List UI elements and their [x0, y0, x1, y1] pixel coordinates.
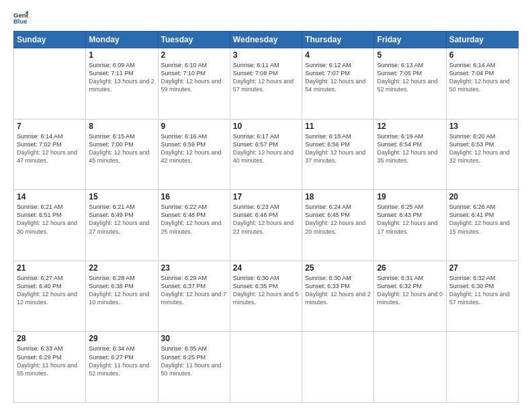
- calendar-cell: 21 Sunrise: 6:27 AM Sunset: 6:40 PM Dayl…: [14, 261, 86, 332]
- day-number: 10: [233, 122, 299, 131]
- sunrise-text: Sunrise: 6:11 AM: [233, 61, 299, 69]
- day-number: 25: [305, 263, 371, 273]
- calendar-cell: 3 Sunrise: 6:11 AM Sunset: 7:08 PM Dayli…: [230, 48, 302, 120]
- daylight-text: Daylight: 12 hours and 37 minutes.: [305, 148, 371, 165]
- day-number: 26: [377, 263, 443, 273]
- day-number: 15: [89, 192, 154, 201]
- sunset-text: Sunset: 7:07 PM: [305, 69, 371, 77]
- sunset-text: Sunset: 6:45 PM: [305, 211, 371, 219]
- calendar-cell: 20 Sunrise: 6:26 AM Sunset: 6:41 PM Dayl…: [446, 190, 518, 261]
- day-number: 9: [161, 122, 227, 131]
- calendar-cell: 5 Sunrise: 6:13 AM Sunset: 7:05 PM Dayli…: [374, 48, 446, 120]
- sunset-text: Sunset: 6:30 PM: [449, 282, 515, 290]
- calendar-week-2: 14 Sunrise: 6:21 AM Sunset: 6:51 PM Dayl…: [14, 190, 519, 261]
- day-number: 4: [305, 50, 371, 60]
- calendar-cell: 29 Sunrise: 6:34 AM Sunset: 6:27 PM Dayl…: [86, 332, 158, 403]
- sunrise-text: Sunrise: 6:24 AM: [305, 203, 371, 211]
- daylight-text: Daylight: 12 hours and 45 minutes.: [89, 148, 154, 165]
- cell-info: Sunrise: 6:13 AM Sunset: 7:05 PM Dayligh…: [377, 61, 443, 94]
- sunrise-text: Sunrise: 6:18 AM: [305, 132, 371, 140]
- day-header-monday: Monday: [86, 32, 158, 48]
- day-number: 1: [89, 50, 154, 60]
- day-number: 13: [449, 122, 515, 131]
- sunrise-text: Sunrise: 6:10 AM: [161, 61, 227, 69]
- cell-info: Sunrise: 6:18 AM Sunset: 6:56 PM Dayligh…: [305, 132, 371, 165]
- cell-info: Sunrise: 6:17 AM Sunset: 6:57 PM Dayligh…: [233, 132, 299, 165]
- calendar-cell: 24 Sunrise: 6:30 AM Sunset: 6:35 PM Dayl…: [230, 261, 302, 332]
- sunset-text: Sunset: 6:38 PM: [89, 282, 154, 290]
- sunset-text: Sunset: 6:32 PM: [377, 282, 443, 290]
- daylight-text: Daylight: 12 hours and 12 minutes.: [17, 290, 83, 306]
- sunrise-text: Sunrise: 6:30 AM: [233, 274, 299, 282]
- sunset-text: Sunset: 6:51 PM: [17, 211, 83, 219]
- sunrise-text: Sunrise: 6:23 AM: [233, 203, 299, 211]
- daylight-text: Daylight: 12 hours and 54 minutes.: [305, 77, 371, 93]
- day-number: 29: [89, 334, 154, 343]
- sunrise-text: Sunrise: 6:29 AM: [161, 274, 227, 282]
- calendar-cell: 9 Sunrise: 6:16 AM Sunset: 6:59 PM Dayli…: [158, 119, 230, 190]
- calendar-cell: 4 Sunrise: 6:12 AM Sunset: 7:07 PM Dayli…: [302, 48, 374, 120]
- daylight-text: Daylight: 12 hours and 10 minutes.: [89, 290, 154, 306]
- calendar-cell: 30 Sunrise: 6:35 AM Sunset: 6:25 PM Dayl…: [158, 332, 230, 403]
- cell-info: Sunrise: 6:12 AM Sunset: 7:07 PM Dayligh…: [305, 61, 371, 94]
- daylight-text: Daylight: 12 hours and 42 minutes.: [161, 148, 227, 165]
- sunrise-text: Sunrise: 6:16 AM: [161, 132, 227, 140]
- cell-info: Sunrise: 6:30 AM Sunset: 6:35 PM Dayligh…: [233, 274, 299, 307]
- sunrise-text: Sunrise: 6:30 AM: [305, 274, 371, 282]
- day-header-thursday: Thursday: [302, 32, 374, 48]
- calendar-cell: 13 Sunrise: 6:20 AM Sunset: 6:53 PM Dayl…: [446, 119, 518, 190]
- day-number: 16: [161, 192, 227, 201]
- sunset-text: Sunset: 6:43 PM: [377, 211, 443, 219]
- daylight-text: Daylight: 12 hours and 2 minutes.: [305, 290, 371, 306]
- daylight-text: Daylight: 12 hours and 30 minutes.: [17, 219, 83, 235]
- cell-info: Sunrise: 6:24 AM Sunset: 6:45 PM Dayligh…: [305, 203, 371, 236]
- calendar-cell: 28 Sunrise: 6:33 AM Sunset: 6:29 PM Dayl…: [14, 332, 86, 403]
- sunset-text: Sunset: 6:48 PM: [161, 211, 227, 219]
- day-number: 28: [17, 334, 83, 343]
- calendar-cell: [230, 332, 302, 403]
- sunset-text: Sunset: 6:33 PM: [305, 282, 371, 290]
- daylight-text: Daylight: 12 hours and 15 minutes.: [449, 219, 515, 235]
- cell-info: Sunrise: 6:31 AM Sunset: 6:32 PM Dayligh…: [377, 274, 443, 307]
- day-number: 8: [89, 122, 154, 131]
- cell-info: Sunrise: 6:25 AM Sunset: 6:43 PM Dayligh…: [377, 203, 443, 236]
- cell-info: Sunrise: 6:16 AM Sunset: 6:59 PM Dayligh…: [161, 132, 227, 165]
- daylight-text: Daylight: 12 hours and 0 minutes.: [377, 290, 443, 306]
- daylight-text: Daylight: 12 hours and 32 minutes.: [449, 148, 515, 165]
- daylight-text: Daylight: 12 hours and 40 minutes.: [233, 148, 299, 165]
- daylight-text: Daylight: 12 hours and 59 minutes.: [161, 77, 227, 93]
- daylight-text: Daylight: 12 hours and 5 minutes.: [233, 290, 299, 306]
- cell-info: Sunrise: 6:11 AM Sunset: 7:08 PM Dayligh…: [233, 61, 299, 94]
- sunset-text: Sunset: 7:08 PM: [233, 69, 299, 77]
- sunrise-text: Sunrise: 6:17 AM: [233, 132, 299, 140]
- sunrise-text: Sunrise: 6:13 AM: [377, 61, 443, 69]
- calendar-cell: 12 Sunrise: 6:19 AM Sunset: 6:54 PM Dayl…: [374, 119, 446, 190]
- daylight-text: Daylight: 11 hours and 50 minutes.: [161, 361, 227, 377]
- sunrise-text: Sunrise: 6:14 AM: [17, 132, 83, 140]
- cell-info: Sunrise: 6:14 AM Sunset: 7:02 PM Dayligh…: [17, 132, 83, 165]
- daylight-text: Daylight: 12 hours and 50 minutes.: [449, 77, 515, 93]
- day-number: 3: [233, 50, 299, 60]
- daylight-text: Daylight: 12 hours and 52 minutes.: [377, 77, 443, 93]
- sunset-text: Sunset: 7:00 PM: [89, 140, 154, 148]
- cell-info: Sunrise: 6:15 AM Sunset: 7:00 PM Dayligh…: [89, 132, 154, 165]
- day-number: 24: [233, 263, 299, 273]
- cell-info: Sunrise: 6:30 AM Sunset: 6:33 PM Dayligh…: [305, 274, 371, 307]
- calendar-cell: [446, 332, 518, 403]
- cell-info: Sunrise: 6:33 AM Sunset: 6:29 PM Dayligh…: [17, 345, 83, 377]
- day-number: 27: [449, 263, 515, 273]
- calendar-cell: [302, 332, 374, 403]
- calendar-cell: 1 Sunrise: 6:09 AM Sunset: 7:11 PM Dayli…: [86, 48, 158, 120]
- sunrise-text: Sunrise: 6:28 AM: [89, 274, 154, 282]
- calendar-cell: 22 Sunrise: 6:28 AM Sunset: 6:38 PM Dayl…: [86, 261, 158, 332]
- calendar-cell: 6 Sunrise: 6:14 AM Sunset: 7:04 PM Dayli…: [446, 48, 518, 120]
- sunset-text: Sunset: 7:11 PM: [89, 69, 154, 77]
- cell-info: Sunrise: 6:23 AM Sunset: 6:46 PM Dayligh…: [233, 203, 299, 236]
- day-number: 5: [377, 50, 443, 60]
- cell-info: Sunrise: 6:29 AM Sunset: 6:37 PM Dayligh…: [161, 274, 227, 307]
- logo: General Blue: [13, 11, 31, 26]
- day-number: 11: [305, 122, 371, 131]
- calendar-cell: 15 Sunrise: 6:21 AM Sunset: 6:49 PM Dayl…: [86, 190, 158, 261]
- header: General Blue: [13, 11, 519, 26]
- sunrise-text: Sunrise: 6:22 AM: [161, 203, 227, 211]
